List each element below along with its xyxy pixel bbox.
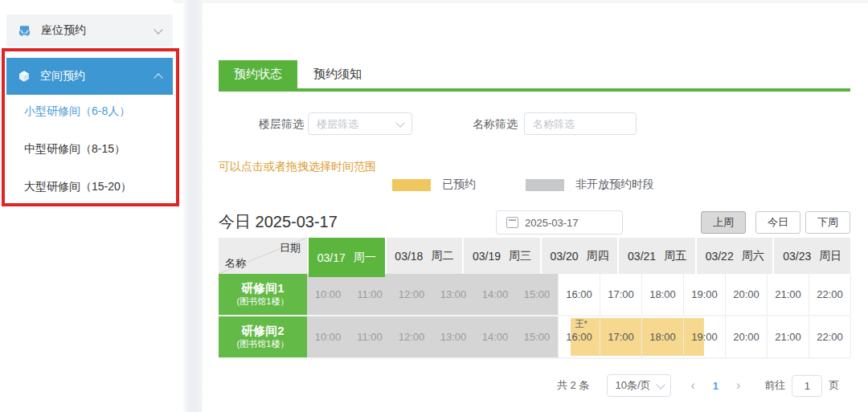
goto-page-input[interactable]: [792, 375, 822, 397]
time-slot-20:00[interactable]: 20:00: [725, 274, 767, 315]
time-slot-18:00[interactable]: 18:00: [641, 274, 683, 315]
page-number[interactable]: 1: [713, 380, 719, 392]
time-slot-18:00[interactable]: 18:00: [641, 316, 683, 357]
page-size-value: 10条/页: [615, 378, 650, 393]
time-slot-10:00[interactable]: 10:00: [307, 274, 349, 315]
floor-filter-label: 楼层筛选: [259, 117, 304, 132]
next-page-button[interactable]: ›: [736, 378, 740, 393]
time-slot-16:00[interactable]: 16:00: [558, 316, 600, 357]
date-picker-input[interactable]: [525, 217, 605, 229]
today-heading: 今日 2025-03-17: [219, 211, 338, 233]
sidebar-scrollbar[interactable]: [183, 0, 203, 412]
prev-week-button[interactable]: 上周: [701, 211, 746, 234]
cube-icon: [18, 70, 31, 83]
time-slot-12:00[interactable]: 12:00: [391, 316, 432, 357]
next-week-button[interactable]: 下周: [805, 211, 850, 234]
time-slot-13:00[interactable]: 13:00: [432, 274, 474, 315]
page-suffix: 页: [829, 378, 839, 393]
tab-reservation-status[interactable]: 预约状态: [219, 60, 297, 88]
name-filter-field[interactable]: [524, 112, 637, 135]
day-header-03/18[interactable]: 03/18周二: [387, 238, 463, 274]
room-name-cell: 研修间2(图书馆1楼）: [219, 316, 307, 357]
sidebar-item-space-reservation[interactable]: 空间预约: [6, 58, 173, 95]
room-rows: 研修间1(图书馆1楼）10:0011:0012:0013:0014:0015:0…: [219, 274, 850, 359]
sidebar-item-seat-reservation[interactable]: 座位预约: [6, 14, 173, 47]
time-strip: 王*10:0011:0012:0013:0014:0015:0016:0017:…: [307, 316, 851, 357]
time-slot-17:00[interactable]: 17:00: [600, 316, 641, 357]
goto-label: 前往: [764, 378, 785, 393]
chevron-down-icon: [395, 118, 404, 127]
time-slot-21:00[interactable]: 21:00: [767, 316, 809, 357]
today-button[interactable]: 今日: [755, 211, 800, 234]
time-slot-12:00[interactable]: 12:00: [391, 274, 432, 315]
chevron-down-icon: [154, 25, 162, 34]
room-location: (图书馆1楼）: [237, 339, 289, 350]
prev-page-button[interactable]: ‹: [690, 378, 694, 393]
time-slot-20:00[interactable]: 20:00: [725, 316, 767, 357]
time-slot-15:00[interactable]: 15:00: [516, 274, 558, 315]
space-reservation-page: 座位预约 空间预约 小型研修间（6-8人） 中型研修间（8-15） 大型研修间（…: [0, 0, 868, 412]
corner-name-label: 名称: [225, 256, 246, 271]
legend-reserved-label: 已预约: [442, 177, 476, 192]
sidebar-item-label: 空间预约: [40, 69, 85, 84]
pagination-bar: 共 2 条 10条/页 ‹ 1 › 前往 页: [530, 374, 850, 397]
tab-underline: [219, 88, 850, 92]
annotation-red-box: 空间预约 小型研修间（6-8人） 中型研修间（8-15） 大型研修间（15-20…: [2, 48, 179, 206]
time-slot-17:00[interactable]: 17:00: [600, 274, 641, 315]
page-size-select[interactable]: 10条/页: [607, 374, 671, 397]
time-slot-19:00[interactable]: 19:00: [683, 274, 725, 315]
sidebar-item-medium-room[interactable]: 中型研修间（8-15）: [24, 142, 125, 157]
legend: 已预约 非开放预约时段: [392, 177, 654, 192]
total-count: 共 2 条: [557, 378, 589, 393]
time-strip: 10:0011:0012:0013:0014:0015:0016:0017:00…: [307, 274, 851, 315]
calendar-icon: [506, 217, 518, 228]
time-slot-11:00[interactable]: 11:00: [349, 316, 391, 357]
legend-closed-swatch: [526, 179, 564, 191]
time-slot-10:00[interactable]: 10:00: [307, 316, 349, 357]
date-picker[interactable]: [496, 210, 623, 235]
time-slot-16:00[interactable]: 16:00: [558, 274, 600, 315]
day-header-row: 日期 名称 03/17周一03/18周二03/19周三03/20周四03/21周…: [219, 238, 850, 274]
room-title: 研修间2: [241, 324, 284, 339]
time-slot-19:00[interactable]: 19:00: [683, 316, 725, 357]
time-slot-13:00[interactable]: 13:00: [432, 316, 474, 357]
time-slot-22:00[interactable]: 22:00: [809, 316, 850, 357]
time-slot-11:00[interactable]: 11:00: [349, 274, 391, 315]
corner-date-label: 日期: [280, 241, 301, 255]
time-slot-21:00[interactable]: 21:00: [767, 274, 809, 315]
day-header-03/23[interactable]: 03/23周日: [774, 238, 850, 274]
legend-closed-label: 非开放预约时段: [575, 177, 654, 192]
day-header-03/20[interactable]: 03/20周四: [542, 238, 618, 274]
room-name-cell: 研修间1(图书馆1楼）: [219, 274, 307, 315]
floor-filter-select[interactable]: [308, 112, 412, 135]
drag-hint-text: 可以点击或者拖拽选择时间范围: [219, 160, 376, 174]
chevron-up-icon: [154, 73, 162, 82]
day-header-03/19[interactable]: 03/19周三: [464, 238, 540, 274]
table-row: 研修间1(图书馆1楼）10:0011:0012:0013:0014:0015:0…: [219, 274, 850, 316]
tab-reservation-notice[interactable]: 预约须知: [297, 60, 378, 88]
floor-filter-input[interactable]: [309, 118, 397, 130]
name-filter-label: 名称筛选: [473, 117, 518, 132]
table-row: 研修间2(图书馆1楼）王*10:0011:0012:0013:0014:0015…: [219, 316, 850, 359]
name-filter-input[interactable]: [525, 118, 636, 130]
day-header-03/17[interactable]: 03/17周一: [309, 238, 385, 277]
seat-icon: [18, 24, 31, 38]
sidebar-item-large-room[interactable]: 大型研修间（15-20）: [24, 180, 132, 194]
time-slot-14:00[interactable]: 14:00: [474, 274, 516, 315]
day-header-03/22[interactable]: 03/22周六: [697, 238, 773, 274]
time-slot-14:00[interactable]: 14:00: [474, 316, 516, 357]
legend-reserved-swatch: [392, 179, 431, 191]
room-title: 研修间1: [241, 281, 284, 296]
corner-cell: 日期 名称: [219, 238, 307, 274]
sidebar-item-label: 座位预约: [41, 23, 86, 38]
room-location: (图书馆1楼）: [237, 296, 289, 308]
chevron-down-icon: [656, 380, 665, 389]
schedule-table: 日期 名称 03/17周一03/18周二03/19周三03/20周四03/21周…: [219, 238, 850, 359]
sidebar: 座位预约 空间预约 小型研修间（6-8人） 中型研修间（8-15） 大型研修间（…: [0, 0, 173, 412]
time-slot-22:00[interactable]: 22:00: [809, 274, 850, 315]
time-slot-15:00[interactable]: 15:00: [516, 316, 558, 357]
sidebar-item-small-room[interactable]: 小型研修间（6-8人）: [24, 104, 130, 119]
day-header-03/21[interactable]: 03/21周五: [619, 238, 695, 274]
